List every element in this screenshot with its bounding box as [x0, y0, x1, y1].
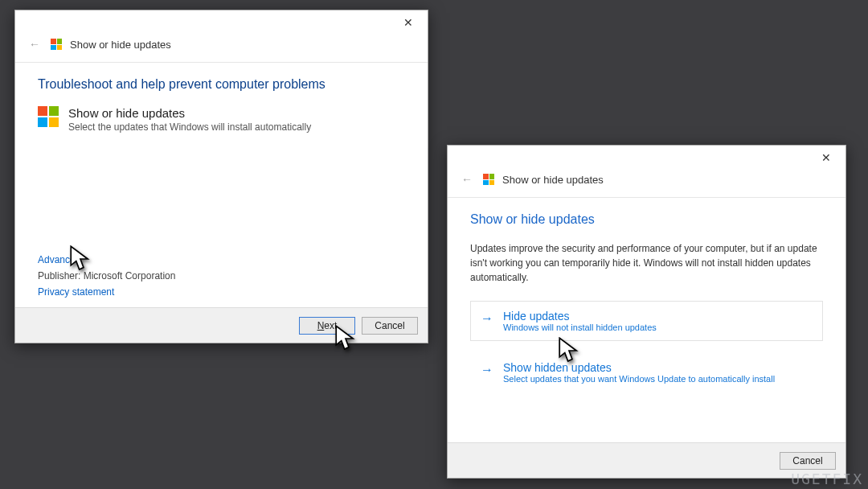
header-title: Show or hide updates	[70, 39, 171, 51]
privacy-link[interactable]: Privacy statement	[38, 286, 175, 298]
option-subtitle: Windows will not install hidden updates	[503, 323, 811, 332]
close-button[interactable]: ✕	[395, 13, 421, 32]
troubleshooter-window-2: ✕ ← Show or hide updates Show or hide up…	[447, 145, 846, 479]
intro-title: Show or hide updates	[68, 106, 311, 120]
window-header: ← Show or hide updates	[448, 170, 845, 198]
page-title: Troubleshoot and help prevent computer p…	[38, 77, 405, 92]
option-subtitle: Select updates that you want Windows Upd…	[503, 374, 811, 384]
back-arrow-icon[interactable]: ←	[459, 173, 475, 186]
close-icon: ✕	[403, 16, 413, 29]
back-arrow-icon[interactable]: ←	[27, 38, 43, 51]
description-text: Updates improve the security and perform…	[470, 241, 823, 285]
arrow-right-icon: →	[481, 311, 493, 326]
option-hide-updates[interactable]: → Hide updates Windows will not install …	[470, 301, 823, 341]
microsoft-logo-icon	[483, 174, 494, 185]
page-title: Show or hide updates	[470, 212, 823, 227]
intro-row: Show or hide updates Select the updates …	[38, 106, 405, 133]
window-header: ← Show or hide updates	[15, 35, 428, 63]
window-body: Show or hide updates Updates improve the…	[448, 198, 845, 442]
troubleshooter-window-1: ✕ ← Show or hide updates Troubleshoot an…	[14, 10, 428, 343]
window-footer: Cancel	[448, 442, 845, 478]
next-accelerator: N	[317, 320, 325, 331]
intro-subtitle: Select the updates that Windows will ins…	[68, 121, 311, 133]
close-icon: ✕	[821, 151, 831, 164]
window-footer: Next Cancel	[15, 307, 428, 343]
links-block: Advanced Publisher: Microsoft Corporatio…	[38, 254, 175, 298]
window-body: Troubleshoot and help prevent computer p…	[15, 63, 428, 307]
option-title: Show hidden updates	[503, 361, 811, 374]
watermark: UGETFIX	[791, 471, 863, 487]
publisher-label: Publisher: Microsoft Corporation	[38, 270, 175, 281]
cancel-button[interactable]: Cancel	[362, 317, 418, 335]
header-title: Show or hide updates	[502, 174, 604, 186]
next-suffix: ext	[324, 320, 337, 331]
advanced-link[interactable]: Advanced	[38, 254, 175, 265]
arrow-right-icon: →	[481, 363, 493, 377]
option-show-hidden-updates[interactable]: → Show hidden updates Select updates tha…	[470, 352, 823, 392]
titlebar: ✕	[448, 146, 845, 170]
next-button[interactable]: Next	[299, 317, 355, 335]
microsoft-logo-icon	[51, 39, 62, 50]
close-button[interactable]: ✕	[813, 148, 839, 167]
option-title: Hide updates	[503, 310, 811, 323]
cancel-button[interactable]: Cancel	[780, 452, 836, 470]
titlebar: ✕	[15, 10, 428, 35]
microsoft-logo-icon	[38, 106, 59, 127]
